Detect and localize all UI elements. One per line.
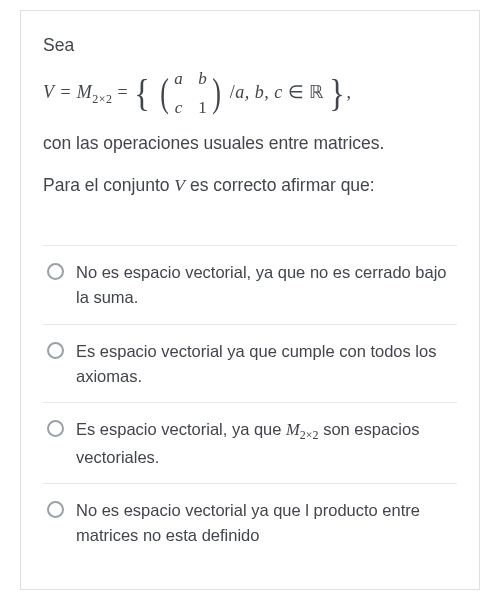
option-3[interactable]: Es espacio vectorial, ya que M2×2 son es… xyxy=(43,403,457,484)
cond-in: ∈ xyxy=(283,82,310,102)
option-2[interactable]: Es espacio vectorial ya que cumple con t… xyxy=(43,325,457,404)
right-paren: ) xyxy=(212,76,221,110)
option-2-text: Es espacio vectorial ya que cumple con t… xyxy=(76,339,453,389)
matrix: ( a b c 1 ) xyxy=(158,65,223,121)
matrix-d: 1 xyxy=(198,94,208,121)
prompt-intro: Sea xyxy=(43,31,457,59)
left-paren: ( xyxy=(161,76,170,110)
options-list: No es espacio vectorial, ya que no es ce… xyxy=(43,245,457,554)
question-card: Sea V = M2×2 = { ( a b c 1 ) /a, b, c ∈ … xyxy=(20,10,480,590)
equals: = xyxy=(117,82,133,102)
option-1[interactable]: No es espacio vectorial, ya que no es ce… xyxy=(43,246,457,325)
option-1-text: No es espacio vectorial, ya que no es ce… xyxy=(76,260,453,310)
option-4-text: No es espacio vectorial ya que l product… xyxy=(76,498,453,548)
radio-icon[interactable] xyxy=(47,501,64,518)
radio-icon[interactable] xyxy=(47,420,64,437)
lhs: V = M2×2 xyxy=(43,82,113,102)
cond-vars: a, b, c xyxy=(235,82,283,102)
radio-icon[interactable] xyxy=(47,263,64,280)
matrix-c: c xyxy=(174,94,184,121)
prompt-equation: V = M2×2 = { ( a b c 1 ) /a, b, c ∈ ℝ }, xyxy=(43,65,457,121)
matrix-b: b xyxy=(198,65,208,92)
question-text: Para el conjunto V es correcto afirmar q… xyxy=(43,171,457,199)
eq-tail: , xyxy=(346,82,351,102)
matrix-a: a xyxy=(174,65,184,92)
cond-set: ℝ xyxy=(309,82,323,102)
prompt-line2: con las operaciones usuales entre matric… xyxy=(43,129,457,157)
option-3-text: Es espacio vectorial, ya que M2×2 son es… xyxy=(76,417,453,469)
question-prompt: Sea V = M2×2 = { ( a b c 1 ) /a, b, c ∈ … xyxy=(43,31,457,199)
option-4[interactable]: No es espacio vectorial ya que l product… xyxy=(43,484,457,554)
radio-icon[interactable] xyxy=(47,342,64,359)
